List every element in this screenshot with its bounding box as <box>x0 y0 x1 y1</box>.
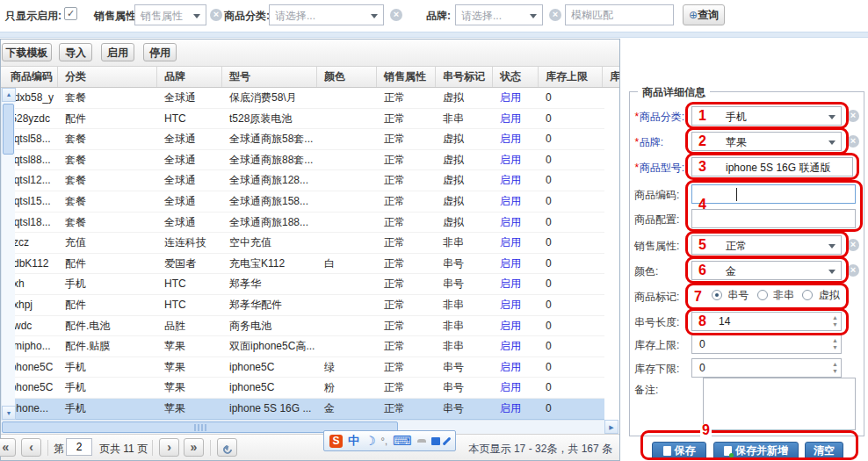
table-row[interactable]: bdxb58_y套餐全球通保底消费58\月正常虚拟启用0 <box>1 88 604 109</box>
sales-attr-filter-select[interactable]: 销售属性 <box>134 4 206 25</box>
clear-icon[interactable]: × <box>390 9 402 21</box>
clear-icon[interactable]: × <box>210 9 222 21</box>
ime-user-icon[interactable] <box>417 439 426 443</box>
status-link[interactable]: 启用 <box>493 378 539 399</box>
table-row[interactable]: smipho...配件.贴膜苹果双面iphone5C高...正常非串启用0 <box>1 336 604 357</box>
clear-icon[interactable]: × <box>847 110 859 122</box>
fuzzy-match-input[interactable] <box>566 5 673 25</box>
column-header[interactable]: 状态 <box>493 67 539 88</box>
prev-page-button[interactable]: ‹ <box>21 438 41 457</box>
column-header[interactable]: 型号 <box>222 67 317 88</box>
status-link[interactable]: 启用 <box>493 170 539 191</box>
clear-icon[interactable]: × <box>847 239 859 251</box>
page-number-input[interactable] <box>66 438 92 456</box>
vertical-scroll-thumb[interactable] <box>3 104 14 155</box>
status-link[interactable]: 启用 <box>493 254 539 275</box>
table-row[interactable]: zxhpj配件HTC郑孝华配件正常非串启用0 <box>1 295 604 316</box>
scroll-right-icon[interactable]: ▶ <box>604 420 618 434</box>
disable-button[interactable]: 停用 <box>143 43 177 61</box>
import-button[interactable]: 导入 <box>59 43 92 61</box>
detail-category-select[interactable]: 手机 <box>691 106 842 126</box>
ime-language-icon[interactable]: 中 <box>348 433 359 449</box>
status-link[interactable]: 启用 <box>493 399 539 420</box>
column-header[interactable]: 销售属性 <box>377 67 436 88</box>
category-filter-select[interactable]: 请选择... <box>269 4 384 25</box>
ime-tools-icon[interactable] <box>442 436 451 445</box>
detail-code-input[interactable] <box>691 184 856 204</box>
last-page-button[interactable]: » <box>184 438 204 457</box>
status-link[interactable]: 启用 <box>493 316 539 337</box>
detail-serial-length-spinner[interactable]: 14 ▲▼ <box>691 312 842 331</box>
table-row[interactable]: cdbK112配件爱国者充电宝K112白正常串号启用0 <box>1 254 604 275</box>
status-link[interactable]: 启用 <box>493 357 539 378</box>
clear-icon[interactable]: × <box>847 135 859 148</box>
column-header[interactable]: 串号标记 <box>436 67 493 88</box>
refresh-button[interactable] <box>217 438 237 457</box>
detail-sales-attr-select[interactable]: 正常 <box>691 235 842 255</box>
table-row[interactable]: qqtsl18...套餐全球通全球通商旅188...正常虚拟启用0 <box>1 212 604 234</box>
download-template-button[interactable]: 下载模板 <box>2 43 52 61</box>
detail-stock-lower-spinner[interactable]: 0 ▲▼ <box>691 358 842 378</box>
status-link[interactable]: 启用 <box>493 129 539 150</box>
clear-icon[interactable]: × <box>549 9 561 21</box>
column-header[interactable]: 库 <box>603 67 619 88</box>
column-header[interactable]: 品牌 <box>157 67 222 88</box>
status-link[interactable]: 启用 <box>493 150 539 171</box>
detail-config-input[interactable] <box>691 209 856 228</box>
vertical-scrollbar[interactable]: ▲ ▼ <box>1 88 15 420</box>
table-row[interactable]: iphone5C手机苹果iphone5C绿正常串号启用0 <box>1 357 604 378</box>
save-and-add-button[interactable]: 保存并新增 <box>713 442 799 460</box>
detail-remark-textarea[interactable] <box>703 378 856 430</box>
column-header[interactable]: 分类 <box>58 67 157 88</box>
detail-model-input[interactable]: iphone 5S 16G 联通版 <box>691 157 853 176</box>
save-button[interactable]: 保存 <box>652 442 706 460</box>
show-enabled-checkbox[interactable]: ✓ <box>64 7 77 20</box>
spinner-arrows-icon[interactable]: ▲▼ <box>832 314 838 328</box>
table-row[interactable]: swdc配件.电池品胜商务电池正常非串启用0 <box>1 316 604 337</box>
spinner-arrows-icon[interactable]: ▲▼ <box>832 361 838 375</box>
detail-stock-upper-spinner[interactable]: 0 ▲▼ <box>691 335 842 354</box>
next-page-button[interactable]: › <box>159 438 179 457</box>
clear-icon[interactable]: × <box>847 264 859 277</box>
column-header[interactable]: 颜色 <box>317 67 377 88</box>
ime-keyboard-icon[interactable]: ⌨ <box>393 433 412 449</box>
ime-punctuation-icon[interactable]: °, <box>381 436 387 446</box>
brand-filter-select[interactable]: 请选择... <box>455 4 543 25</box>
table-row[interactable]: t528yzdc配件HTCt528原装电池正常非串启用0 <box>1 109 604 130</box>
status-link[interactable]: 启用 <box>493 88 539 109</box>
table-row[interactable]: zxh手机HTC郑孝华正常串号启用0 <box>1 274 604 295</box>
spinner-arrows-icon[interactable]: ▲▼ <box>832 337 838 351</box>
status-link[interactable]: 启用 <box>493 295 539 316</box>
radio-nonserial[interactable] <box>757 290 768 300</box>
refresh-icon <box>221 443 233 456</box>
table-row[interactable]: kzcz充值连连科技空中充值正常非串启用0 <box>1 233 604 254</box>
scroll-down-icon[interactable]: ▼ <box>2 406 16 420</box>
table-row[interactable]: qqtsl15...套餐全球通全球通商旅158...正常虚拟启用0 <box>1 191 604 212</box>
ime-logo-icon[interactable]: S <box>329 435 343 448</box>
table-row[interactable]: iphone...手机苹果iphone 5S 16G ...金正常串号启用0 <box>1 399 604 420</box>
ime-fullhalf-moon-icon[interactable]: ☽ <box>365 434 376 448</box>
detail-color-select[interactable]: 金 <box>691 261 842 280</box>
radio-serial[interactable] <box>712 290 722 300</box>
table-row[interactable]: qqtsl88...套餐全球通全球通商旅88套...正常虚拟启用0 <box>1 150 604 171</box>
horizontal-scrollbar[interactable] <box>1 420 604 434</box>
status-link[interactable]: 启用 <box>493 233 539 254</box>
status-link[interactable]: 启用 <box>493 109 539 130</box>
detail-brand-select[interactable]: 苹果 <box>691 132 842 151</box>
column-header[interactable]: 库存上限 <box>539 67 603 88</box>
scroll-up-icon[interactable]: ▲ <box>2 88 16 102</box>
status-link[interactable]: 启用 <box>493 191 539 212</box>
table-row[interactable]: qqtsl58...套餐全球通全球通商旅58套...正常虚拟启用0 <box>1 129 604 150</box>
radio-virtual[interactable] <box>802 290 813 300</box>
status-link[interactable]: 启用 <box>493 212 539 234</box>
column-header[interactable]: 商品编码 <box>1 67 58 88</box>
ime-skin-icon[interactable] <box>431 437 440 445</box>
status-link[interactable]: 启用 <box>493 274 539 295</box>
first-page-button[interactable]: « <box>0 438 16 457</box>
enable-button[interactable]: 启用 <box>101 43 134 61</box>
table-row[interactable]: qqtsl12...套餐全球通全球通商旅128...正常虚拟启用0 <box>1 170 604 191</box>
search-button[interactable]: ⊕查询 <box>683 4 725 25</box>
table-row[interactable]: iphone5C手机苹果iphone5C粉正常串号启用0 <box>1 378 604 399</box>
clear-button[interactable]: 清空 <box>805 442 843 460</box>
status-link[interactable]: 启用 <box>493 336 539 357</box>
